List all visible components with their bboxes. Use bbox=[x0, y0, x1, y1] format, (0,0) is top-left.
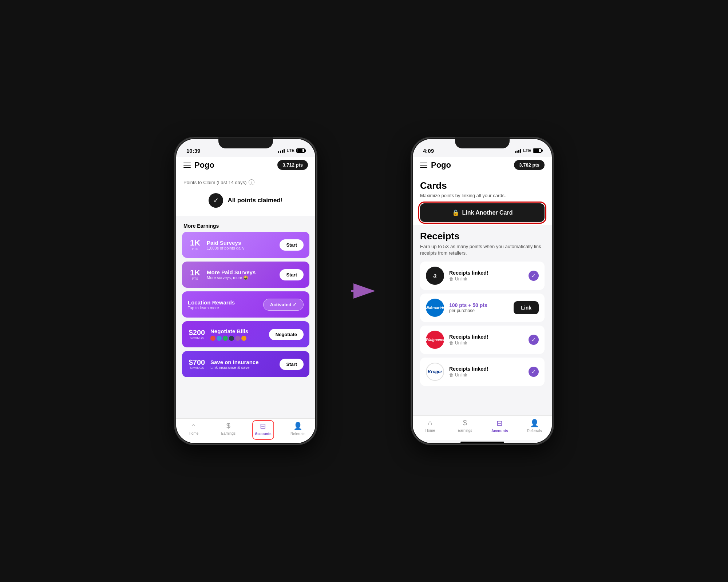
card-info-insurance: Save on Insurance Link insurance & save bbox=[210, 359, 259, 370]
battery-icon-2 bbox=[533, 148, 542, 153]
nav-home-1[interactable]: ⌂ Home bbox=[176, 422, 211, 436]
trash-icon-amazon: 🗑 bbox=[449, 276, 454, 282]
walgreens-info: Receipts linked! 🗑 Unlink bbox=[449, 334, 523, 346]
start-more-surveys-button[interactable]: Start bbox=[280, 269, 304, 280]
negotiate-button[interactable]: Negotiate bbox=[269, 329, 304, 340]
referrals-icon-2: 👤 bbox=[530, 419, 539, 427]
earning-card-location[interactable]: Location Rewards Tap to learn more Activ… bbox=[182, 291, 309, 318]
menu-icon-1[interactable] bbox=[183, 163, 191, 168]
screen-content-2: Cards Maximize points by linking all you… bbox=[413, 174, 552, 415]
accounts-icon-1: ⊟ bbox=[260, 422, 266, 430]
status-icons-1: LTE bbox=[278, 148, 305, 153]
receipt-item-amazon: a Receipts linked! 🗑 Unlink ✓ bbox=[420, 262, 545, 290]
trash-icon-kroger: 🗑 bbox=[449, 372, 454, 378]
nav-earnings-2[interactable]: $ Earnings bbox=[448, 419, 483, 433]
receipts-title: Receipts bbox=[420, 231, 545, 242]
points-label: Points to Claim (Last 14 days) i bbox=[183, 179, 308, 185]
header-left-1: Pogo bbox=[183, 160, 214, 170]
kroger-info: Receipts linked! 🗑 Unlink bbox=[449, 366, 523, 378]
earnings-icon-2: $ bbox=[463, 419, 467, 427]
card-left-surveys: 1K PTS Paid Surveys 1,000s of points dai… bbox=[188, 239, 280, 251]
receipts-section: Receipts Earn up to 5X as many points wh… bbox=[413, 225, 552, 395]
referrals-icon-1: 👤 bbox=[293, 422, 302, 430]
kroger-status: Receipts linked! bbox=[449, 366, 523, 372]
nav-earnings-1[interactable]: $ Earnings bbox=[211, 422, 246, 436]
partner-icons bbox=[210, 336, 248, 341]
earning-card-insurance[interactable]: $700 SAVINGS Save on Insurance Link insu… bbox=[182, 351, 309, 377]
earning-card-negotiate[interactable]: $200 SAVINGS Negotiate Bills bbox=[182, 321, 309, 347]
activated-location-button[interactable]: Activated ✓ bbox=[263, 299, 304, 311]
battery-icon-1 bbox=[296, 148, 305, 153]
pts-badge-more-surveys: 1K PTS bbox=[188, 269, 202, 280]
card-left-negotiate: $200 SAVINGS Negotiate Bills bbox=[188, 328, 269, 341]
lte-label-1: LTE bbox=[286, 148, 294, 153]
walgreens-check: ✓ bbox=[529, 335, 539, 345]
card-left-location: Location Rewards Tap to learn more bbox=[188, 299, 263, 310]
nav-accounts-label-1: Accounts bbox=[255, 432, 272, 436]
walmart-points: 100 pts + 50 pts bbox=[449, 302, 509, 308]
header-left-2: Pogo bbox=[420, 160, 451, 170]
menu-icon-2[interactable] bbox=[420, 163, 427, 168]
kroger-check: ✓ bbox=[529, 367, 539, 377]
card-info-location: Location Rewards Tap to learn more bbox=[188, 299, 235, 310]
card-info-surveys: Paid Surveys 1,000s of points daily bbox=[207, 240, 244, 250]
all-claimed: ✓ All points claimed! bbox=[183, 190, 308, 211]
cards-title: Cards bbox=[420, 180, 545, 191]
nav-home-label-1: Home bbox=[189, 431, 198, 435]
card-info-more-surveys: More Paid Surveys More surveys, more 🤑 bbox=[207, 269, 256, 280]
app-header-2: Pogo 3,782 pts bbox=[413, 157, 552, 174]
nav-accounts-label-2: Accounts bbox=[491, 429, 508, 433]
nav-earnings-label-1: Earnings bbox=[221, 431, 236, 435]
walmart-link-button[interactable]: Link bbox=[514, 301, 539, 314]
savings-badge-insurance: $700 SAVINGS bbox=[188, 359, 206, 370]
nav-home-2[interactable]: ⌂ Home bbox=[413, 419, 448, 433]
phone-1: 10:39 LTE bbox=[175, 137, 317, 445]
kroger-unlink-button[interactable]: 🗑 Unlink bbox=[449, 372, 523, 378]
screen-content-1: Points to Claim (Last 14 days) i ✓ All p… bbox=[176, 174, 315, 418]
points-section: Points to Claim (Last 14 days) i ✓ All p… bbox=[176, 174, 315, 216]
more-earnings-label: More Earnings bbox=[176, 219, 315, 232]
info-icon[interactable]: i bbox=[249, 179, 254, 185]
nav-accounts-1[interactable]: ⊟ Accounts bbox=[246, 422, 281, 436]
card-left-insurance: $700 SAVINGS Save on Insurance Link insu… bbox=[188, 359, 280, 370]
receipt-item-walgreens: Walgreens Receipts linked! 🗑 Unlink ✓ bbox=[420, 326, 545, 354]
status-icons-2: LTE bbox=[515, 148, 542, 153]
start-surveys-button[interactable]: Start bbox=[280, 239, 304, 251]
nav-accounts-2[interactable]: ⊟ Accounts bbox=[482, 419, 517, 433]
app-header-1: Pogo 3,712 pts bbox=[176, 157, 315, 174]
amazon-check: ✓ bbox=[529, 271, 539, 281]
signal-icon-1 bbox=[278, 148, 285, 153]
receipts-subtitle: Earn up to 5X as many points when you au… bbox=[420, 243, 545, 256]
claimed-circle: ✓ bbox=[209, 193, 223, 208]
nav-referrals-2[interactable]: 👤 Referrals bbox=[517, 419, 552, 433]
notch-1 bbox=[218, 137, 273, 148]
amazon-logo: a bbox=[426, 267, 444, 285]
earning-card-surveys[interactable]: 1K PTS Paid Surveys 1,000s of points dai… bbox=[182, 232, 309, 258]
walmart-logo: Walmart★ bbox=[426, 299, 444, 317]
amazon-unlink-button[interactable]: 🗑 Unlink bbox=[449, 276, 523, 282]
receipt-item-kroger: Kroger Receipts linked! 🗑 Unlink ✓ bbox=[420, 358, 545, 386]
kroger-logo: Kroger bbox=[426, 363, 444, 381]
walgreens-logo: Walgreens bbox=[426, 331, 444, 349]
arrow-container bbox=[346, 280, 382, 302]
nav-referrals-label-1: Referrals bbox=[290, 432, 305, 436]
lock-icon: 🔒 bbox=[452, 209, 459, 216]
time-2: 4:09 bbox=[423, 148, 434, 154]
points-badge-2: 3,782 pts bbox=[514, 160, 545, 170]
notch-2 bbox=[455, 137, 510, 148]
nav-earnings-label-2: Earnings bbox=[458, 428, 472, 432]
claimed-text: All points claimed! bbox=[228, 197, 282, 204]
link-another-card-button[interactable]: 🔒 Link Another Card bbox=[420, 203, 545, 222]
nav-referrals-1[interactable]: 👤 Referrals bbox=[281, 422, 316, 436]
savings-badge-negotiate: $200 SAVINGS bbox=[188, 329, 206, 340]
walgreens-status: Receipts linked! bbox=[449, 334, 523, 340]
trash-icon-walgreens: 🗑 bbox=[449, 340, 454, 346]
signal-icon-2 bbox=[515, 148, 521, 153]
start-insurance-button[interactable]: Start bbox=[280, 359, 304, 370]
walgreens-unlink-button[interactable]: 🗑 Unlink bbox=[449, 340, 523, 346]
earning-card-more-surveys[interactable]: 1K PTS More Paid Surveys More surveys, m… bbox=[182, 262, 309, 288]
walmart-subtitle: per purchase bbox=[449, 308, 509, 313]
app-logo-2: Pogo bbox=[431, 160, 451, 170]
bottom-nav-2: ⌂ Home $ Earnings ⊟ Accounts 👤 Referrals bbox=[413, 415, 552, 440]
home-icon-2: ⌂ bbox=[428, 419, 432, 427]
